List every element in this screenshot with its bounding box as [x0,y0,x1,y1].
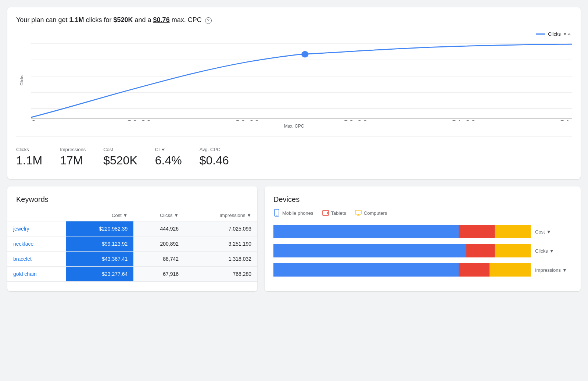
metric-item: Cost$520K [103,147,137,167]
bar-label[interactable]: Impressions ▼ [535,267,572,273]
metric-value: 6.4% [155,154,182,167]
cost-cell: $99,123.92 [66,236,133,252]
metric-label: CTR [155,147,182,152]
devices-card: Devices Mobile phones Tablets [265,186,581,291]
bar-dropdown-icon: ▼ [562,267,567,273]
cost-cell: $23,277.64 [66,267,133,282]
legend-computers: Computers [355,210,387,216]
clicks-cell: 67,916 [133,267,184,282]
chart-data-point[interactable] [301,51,309,58]
cost-sort-icon: ▼ [123,213,128,218]
bar-label[interactable]: Clicks ▼ [535,248,572,254]
svg-text:$1.50: $1.50 [559,119,572,121]
devices-bars: Cost ▼Clicks ▼Impressions ▼ [273,225,572,277]
impressions-cell: 7,025,093 [184,221,257,236]
metric-label: Avg. CPC [200,147,229,152]
metric-label: Impressions [60,147,86,152]
bar-segment [490,263,531,277]
bar-segment [459,225,495,238]
computers-label: Computers [364,210,387,216]
mobile-icon [273,210,280,216]
svg-text:$0.90: $0.90 [343,119,368,121]
bar-segment [495,225,531,238]
metric-item: Impressions17M [60,147,86,167]
bar-dropdown-icon: ▼ [546,229,551,235]
device-bar-row: Clicks ▼ [273,244,572,257]
metric-label: Clicks [16,147,42,152]
legend-dropdown[interactable]: ▾ [564,31,566,37]
computer-icon [355,210,362,216]
tablet-icon [322,210,329,216]
keywords-card: Keywords Cost ▼ Clicks ▼ Impressions ▼ j… [7,186,257,291]
keyword-cell[interactable]: gold chain [7,267,66,282]
table-row: jewelry $220,982.39 444,926 7,025,093 [7,221,257,236]
max-cpc-value: $0.76 [153,16,170,24]
legend-tablets: Tablets [322,210,346,216]
table-header-row: Cost ▼ Clicks ▼ Impressions ▼ [7,210,257,221]
metric-value: 1.1M [16,154,42,167]
bar-segment [273,225,459,238]
bar-track [273,263,531,277]
cost-col-header[interactable]: Cost ▼ [66,210,133,221]
bar-track [273,225,531,238]
chart-area: Clicks 1.6M 1.2M 800k 400k 0 $0 $0.30 $0… [16,40,572,121]
y-axis-label: Clicks [19,75,24,85]
chart-metrics-divider [16,136,572,136]
table-row: gold chain $23,277.64 67,916 768,280 [7,267,257,282]
mobile-label: Mobile phones [282,210,313,216]
metric-label: Cost [103,147,137,152]
bar-segment [466,244,495,257]
metric-value: $0.46 [200,154,229,167]
bar-track [273,244,531,257]
metric-value: 17M [60,154,86,167]
chart-svg: 1.6M 1.2M 800k 400k 0 $0 $0.30 $0.60 $0.… [31,40,572,121]
keyword-cell[interactable]: jewelry [7,221,66,236]
tablets-label: Tablets [331,210,346,216]
clicks-cell: 200,892 [133,236,184,252]
table-row: necklace $99,123.92 200,892 3,251,190 [7,236,257,252]
bar-label[interactable]: Cost ▼ [535,229,572,235]
help-icon[interactable]: ? [205,17,212,24]
svg-text:$1.20: $1.20 [451,119,476,121]
devices-legend: Mobile phones Tablets Computers [273,210,572,216]
svg-text:$0.60: $0.60 [235,119,260,121]
legend-line-icon [536,33,545,35]
table-row: bracelet $43,367.41 88,742 1,318,032 [7,252,257,267]
svg-text:$0.30: $0.30 [127,119,152,121]
metric-value: $520K [103,154,137,167]
metric-item: CTR6.4% [155,147,182,167]
keyword-cell[interactable]: necklace [7,236,66,252]
keyword-cell[interactable]: bracelet [7,252,66,267]
plan-summary-text: Your plan can get 1.1M clicks for $520K … [16,16,572,24]
cost-cell: $43,367.41 [66,252,133,267]
x-axis-label: Max. CPC [16,124,572,129]
keyword-col-header [7,210,66,221]
keywords-table: Cost ▼ Clicks ▼ Impressions ▼ jewelry $2… [7,210,257,282]
metric-item: Avg. CPC$0.46 [200,147,229,167]
clicks-col-header[interactable]: Clicks ▼ [133,210,184,221]
bar-segment [273,263,459,277]
impressions-cell: 768,280 [184,267,257,282]
device-bar-row: Cost ▼ [273,225,572,238]
impressions-cell: 1,318,032 [184,252,257,267]
bar-segment [459,263,490,277]
bar-dropdown-icon: ▼ [549,248,554,254]
devices-title: Devices [273,195,572,204]
legend-clicks-label: Clicks [548,31,561,37]
legend-mobile: Mobile phones [273,210,313,216]
clicks-cell: 444,926 [133,221,184,236]
metrics-row: Clicks1.1MImpressions17MCost$520KCTR6.4%… [16,144,572,170]
clicks-sort-icon: ▼ [174,213,179,218]
impressions-col-header[interactable]: Impressions ▼ [184,210,257,221]
collapse-button[interactable]: ⌃ [566,32,572,40]
bar-segment [495,244,531,257]
bar-segment [273,244,466,257]
cost-value: $520K [114,16,133,24]
impressions-cell: 3,251,190 [184,236,257,252]
clicks-value: 1.1M [69,16,84,24]
chart-legend: Clicks ▾ [16,31,566,37]
impressions-sort-icon: ▼ [247,213,251,218]
metric-item: Clicks1.1M [16,147,42,167]
svg-rect-21 [355,210,361,214]
forecast-card: Your plan can get 1.1M clicks for $520K … [7,7,581,179]
